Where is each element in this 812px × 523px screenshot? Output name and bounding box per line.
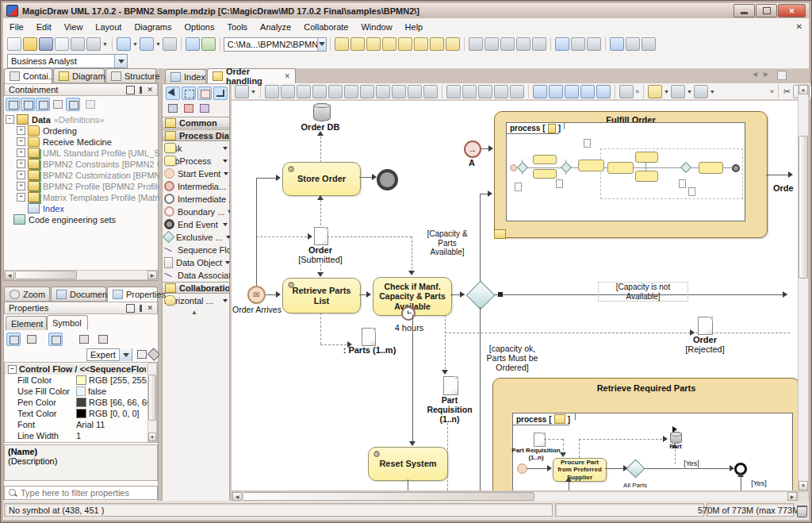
expand-icon[interactable]: + [17,171,25,179]
palette-end-event[interactable]: End Event [162,218,230,230]
font-color-icon[interactable] [694,85,708,98]
show-inherited-button[interactable] [36,98,50,111]
tab-structure[interactable]: Structure [105,68,156,83]
checkbox-icon[interactable] [76,386,86,396]
magnet-tool-button[interactable] [182,102,196,115]
part-requisition-small-data-object[interactable] [534,433,546,447]
expand-icon[interactable]: + [17,160,25,168]
open-project-icon[interactable] [23,37,37,51]
rectilinear-path-icon[interactable] [549,85,563,98]
zoom-tool-icon[interactable] [619,85,634,98]
palette-group-common[interactable]: Common [162,117,230,129]
collapse-icon[interactable]: − [8,365,17,374]
minimize-button[interactable] [733,4,755,17]
redo-icon[interactable] [140,37,154,51]
reset-system-task[interactable]: ⚙ Reset System [368,447,448,481]
tab-list-icon[interactable] [777,71,787,80]
expand-icon[interactable]: + [17,193,25,202]
same-size-icon[interactable] [478,85,492,98]
order-rejected-data-object[interactable] [698,317,713,335]
garbage-collect-icon[interactable] [797,506,807,517]
align-top-icon[interactable] [312,85,327,98]
palette-scroll-up-icon[interactable]: ▲ [191,309,197,316]
exclusive-gateway[interactable] [466,281,496,310]
mini-task[interactable] [607,162,634,174]
tree-hscrollbar[interactable]: ◀ ▶ [4,270,158,280]
pin-panel-icon[interactable] [140,87,142,94]
print-preview-icon[interactable] [71,37,85,51]
redo-dropdown-icon[interactable]: ▼ [155,41,161,47]
property-section-header[interactable]: − Control Flow / <<SequenceFlow... [5,363,147,375]
tree-item-receive-medicine[interactable]: + Receive Medicine [17,137,112,147]
palette-subprocess[interactable]: SubProcess [162,155,230,167]
property-row[interactable]: Font Arial 11 [8,419,151,430]
chevron-down-icon[interactable] [225,261,230,267]
tree-item-index[interactable]: Index [28,203,64,213]
categorized-view-button[interactable] [6,333,21,346]
perspective-combo[interactable]: Business Analyst [7,54,128,68]
tab-containment[interactable]: Contai.. [4,68,52,83]
tab-documentation[interactable]: Document.. [51,286,106,302]
open-in-new-tree-button[interactable] [83,98,98,111]
menu-tools[interactable]: Tools [220,20,254,34]
path-tool-button[interactable] [213,87,228,100]
palette-exclusive-gateway[interactable]: Exclusive ... [162,231,230,243]
validate-icon[interactable] [186,37,200,51]
scroll-right-icon[interactable]: ▶ [147,271,157,279]
clipboard-icon[interactable] [532,37,546,51]
select-mode-icon[interactable] [555,37,569,51]
fill-color-dropdown-icon[interactable]: ▼ [664,89,669,94]
refresh-icon[interactable] [516,37,530,51]
palette-sequence-flow[interactable]: Sequence Flow [162,244,230,256]
menu-window[interactable]: Window [354,20,398,34]
layout-dropdown-icon[interactable]: ▼ [251,89,256,94]
tree-item-data[interactable]: − Data «Definitions» [6,114,104,125]
undo-dropdown-icon[interactable]: ▼ [132,41,138,47]
instance-table-icon[interactable] [446,37,460,51]
fill-color-icon[interactable] [648,85,662,98]
tree-item-ordering[interactable]: + Ordering [17,125,77,136]
close-tab-icon[interactable]: ✕ [284,72,290,80]
part-datastore[interactable] [670,432,682,444]
mini-data-object[interactable] [515,183,522,191]
palette-data-object[interactable]: Data Object [162,256,230,268]
collapse-all-button[interactable] [96,333,110,346]
mini-task[interactable] [533,155,557,164]
chevron-down-icon[interactable] [223,299,228,305]
mini-data-object[interactable] [556,179,563,188]
scroll-left-icon[interactable]: ◀ [232,492,242,501]
part-requisition-data-object[interactable] [443,376,458,395]
chevron-down-icon[interactable] [223,223,228,229]
tab-editor-index[interactable]: Index [165,69,206,83]
filter-button[interactable] [51,98,65,111]
timer-boundary-event[interactable] [401,306,416,321]
palette-group-collaboration[interactable]: Collaboration ... [162,282,230,294]
tab-element[interactable]: Element [6,316,47,330]
align-left-icon[interactable] [265,85,279,98]
path-style-icon[interactable] [596,85,611,98]
properties-mode-combo[interactable]: Expert [86,348,132,361]
memory-indicator[interactable]: 570M of 773M (max 773M) [707,503,794,517]
more-zoom-icon[interactable]: » [635,87,639,95]
chevron-down-icon[interactable] [229,185,230,190]
tab-zoom[interactable]: Zoom [4,286,50,302]
float-panel-icon[interactable] [126,304,135,313]
mini-data-object[interactable] [679,179,686,188]
title-bar[interactable]: MagicDraw UML 17.0.2 - BPMN2 Sample.mdzi… [3,3,809,18]
tab-scroll-left-icon[interactable]: ◀ [753,71,757,78]
tab-scroll-right-icon[interactable]: ▶ [764,71,768,78]
menu-file[interactable]: File [3,20,30,34]
autosize-icon[interactable] [494,85,508,98]
expand-icon[interactable]: + [17,148,25,157]
align-bottom-icon[interactable] [344,85,358,98]
scroll-right-icon[interactable]: ▶ [787,492,797,501]
more-tools-icon[interactable]: » [770,87,774,95]
save-icon[interactable] [39,37,53,51]
stamp-tool-button[interactable] [166,102,180,115]
property-row[interactable]: Line Width 1 [8,430,151,441]
canvas-hscroll-thumb[interactable] [243,492,534,501]
tab-diagrams[interactable]: Diagrams [53,68,105,83]
tab-editor-order-handling[interactable]: Order handling ✕ [207,68,296,83]
order-db-datastore[interactable] [313,103,331,121]
show-auxiliary-button[interactable] [66,98,80,111]
